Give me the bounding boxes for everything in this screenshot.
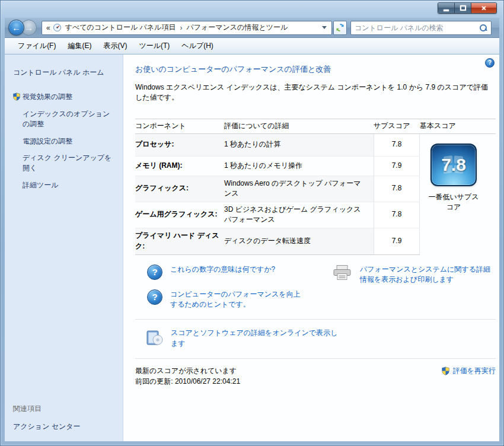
base-score-area: 7.8 一番低いサブスコア bbox=[420, 134, 496, 213]
subscore-value: 7.9 bbox=[374, 228, 420, 254]
search-input[interactable] bbox=[355, 24, 479, 32]
sidebar: コントロール パネル ホーム 視覚効果の調整 インデックスのオプションの調整 電… bbox=[5, 55, 123, 441]
sidebar-item-label: 視覚効果の調整 bbox=[23, 93, 72, 101]
window: × ← → « すべてのコントロール パネル項目 › パフォーマンスの情報とツー… bbox=[0, 0, 504, 446]
component-detail: ディスクのデータ転送速度 bbox=[224, 236, 374, 246]
component-label: ゲーム用グラフィックス: bbox=[135, 209, 224, 219]
subscore-value: 7.8 bbox=[374, 134, 420, 156]
search-box bbox=[350, 21, 492, 35]
status-line-updated: 前回の更新: 2010/06/27 22:04:21 bbox=[135, 377, 240, 387]
software-box-icon bbox=[145, 328, 164, 347]
sidebar-item-adjust-indexing-options[interactable]: インデックスのオプションの調整 bbox=[13, 109, 113, 130]
component-detail: 1 秒あたりのメモリ操作 bbox=[224, 161, 374, 171]
close-button[interactable]: × bbox=[471, 3, 496, 13]
search-icon[interactable] bbox=[479, 24, 487, 32]
subscore-value: 7.8 bbox=[374, 176, 420, 202]
link-label: 評価を再実行 bbox=[453, 366, 496, 376]
table-header-row: コンポーネント 評価についての詳細 サブスコア bbox=[135, 119, 420, 134]
link-what-do-numbers-mean[interactable]: ? これらの数字の意味は何ですか? bbox=[147, 265, 332, 280]
caption-buttons: × bbox=[438, 2, 497, 14]
base-score-caption: 一番低いサブスコア bbox=[425, 192, 482, 213]
column-header-component: コンポーネント bbox=[135, 121, 224, 131]
component-label: プライマリ ハード ディスク: bbox=[135, 231, 224, 251]
main-pane: ? お使いのコンピューターのパフォーマンスの評価と改善 Windows エクスペ… bbox=[123, 55, 499, 441]
component-detail: 1 秒あたりの計算 bbox=[224, 139, 374, 149]
chevron-down-icon bbox=[322, 26, 327, 29]
back-arrow-icon: ← bbox=[12, 23, 21, 33]
link-performance-tips[interactable]: ? コンピューターのパフォーマンスを向上するためのヒントです。 bbox=[147, 289, 332, 310]
help-links-left: ? これらの数字の意味は何ですか? ? コンピューターのパフォーマンスを向上する… bbox=[147, 265, 332, 310]
column-header-subscore: サブスコア bbox=[374, 121, 420, 131]
base-score-badge: 7.8 bbox=[430, 144, 477, 186]
sidebar-item-action-center[interactable]: アクション センター bbox=[13, 422, 117, 432]
column-header-detail: 評価についての詳細 bbox=[224, 121, 374, 131]
content-area: コントロール パネル ホーム 視覚効果の調整 インデックスのオプションの調整 電… bbox=[5, 55, 499, 441]
table-row: グラフィックス: Windows Aero のデスクトップ パフォーマンス 7.… bbox=[135, 176, 420, 202]
menu-edit[interactable]: 編集(E) bbox=[62, 38, 97, 53]
breadcrumb-item-all-control-panel-items[interactable]: すべてのコントロール パネル項目 bbox=[62, 21, 180, 34]
score-table: コンポーネント 評価についての詳細 サブスコア プロセッサ: 1 秒あたりの計算… bbox=[135, 119, 496, 255]
address-dropdown-button[interactable] bbox=[319, 21, 330, 34]
forward-arrow-icon: → bbox=[24, 23, 33, 33]
column-header-base-score: 基本スコア bbox=[420, 119, 496, 134]
status-text: 最新のスコアが示されています 前回の更新: 2010/06/27 22:04:2… bbox=[135, 366, 240, 387]
separator bbox=[135, 319, 496, 320]
sidebar-item-adjust-visual-effects[interactable]: 視覚効果の調整 bbox=[13, 92, 113, 102]
breadcrumb-app-icon[interactable] bbox=[53, 23, 62, 32]
menu-tools[interactable]: ツール(T) bbox=[133, 38, 176, 53]
sidebar-item-advanced-tools[interactable]: 詳細ツール bbox=[13, 180, 113, 190]
subscore-value: 7.8 bbox=[374, 202, 420, 228]
component-detail: 3D ビジネスおよびゲーム グラフィックス パフォーマンス bbox=[224, 205, 374, 225]
table-row: プロセッサ: 1 秒あたりの計算 7.8 bbox=[135, 134, 420, 157]
refresh-button[interactable] bbox=[333, 21, 347, 35]
minimize-button[interactable] bbox=[438, 3, 455, 13]
printer-icon bbox=[332, 265, 352, 281]
separator bbox=[135, 358, 496, 359]
link-label: コンピューターのパフォーマンスを向上するためのヒントです。 bbox=[170, 289, 305, 310]
table-row: メモリ (RAM): 1 秒あたりのメモリ操作 7.9 bbox=[135, 157, 420, 176]
table-row: プライマリ ハード ディスク: ディスクのデータ転送速度 7.9 bbox=[135, 228, 420, 255]
uac-shield-icon bbox=[12, 93, 21, 101]
score-table-left: コンポーネント 評価についての詳細 サブスコア プロセッサ: 1 秒あたりの計算… bbox=[135, 119, 420, 255]
status-line-current: 最新のスコアが示されています bbox=[135, 366, 240, 376]
link-label: これらの数字の意味は何ですか? bbox=[170, 265, 275, 275]
menu-view[interactable]: 表示(V) bbox=[97, 38, 133, 53]
minimize-icon bbox=[444, 9, 449, 11]
link-view-scores-online[interactable]: スコアとソフトウェアの詳細をオンラインで表示します bbox=[145, 328, 496, 349]
navigation-bar: ← → « すべてのコントロール パネル項目 › パフォーマンスの情報とツール bbox=[5, 18, 499, 38]
maximize-button[interactable] bbox=[455, 3, 471, 13]
sidebar-spacer bbox=[13, 197, 117, 404]
menu-bar: ファイル(F) 編集(E) 表示(V) ツール(T) ヘルプ(H) bbox=[5, 38, 499, 54]
question-icon: ? bbox=[147, 289, 162, 305]
sidebar-item-open-disk-cleanup[interactable]: ディスク クリーンアップを開く bbox=[13, 153, 113, 174]
link-label: スコアとソフトウェアの詳細をオンラインで表示します bbox=[171, 328, 344, 349]
intro-text: Windows エクスペリエンス インデックスは、主要なシステム コンポーネント… bbox=[135, 82, 491, 103]
client-area: ← → « すべてのコントロール パネル項目 › パフォーマンスの情報とツール bbox=[5, 18, 499, 441]
refresh-icon bbox=[336, 23, 344, 32]
component-label: メモリ (RAM): bbox=[135, 161, 224, 171]
sidebar-item-control-panel-home[interactable]: コントロール パネル ホーム bbox=[13, 68, 117, 78]
menu-file[interactable]: ファイル(F) bbox=[12, 38, 62, 53]
sidebar-item-adjust-power-settings[interactable]: 電源設定の調整 bbox=[13, 136, 113, 146]
breadcrumb: « すべてのコントロール パネル項目 › パフォーマンスの情報とツール bbox=[42, 21, 332, 35]
maximize-icon bbox=[460, 5, 466, 11]
page-title: お使いのコンピューターのパフォーマンスの評価と改善 bbox=[135, 64, 496, 75]
close-icon: × bbox=[481, 4, 486, 12]
breadcrumb-overflow-chevron[interactable]: « bbox=[44, 24, 53, 32]
table-row: ゲーム用グラフィックス: 3D ビジネスおよびゲーム グラフィックス パフォーマ… bbox=[135, 202, 420, 228]
question-icon: ? bbox=[147, 265, 162, 280]
component-label: グラフィックス: bbox=[135, 183, 224, 193]
base-score-value: 7.8 bbox=[441, 152, 466, 178]
menu-help[interactable]: ヘルプ(H) bbox=[176, 38, 219, 53]
link-label: パフォーマンスとシステムに関する詳細情報を表示および印刷します bbox=[360, 265, 496, 285]
component-detail: Windows Aero のデスクトップ パフォーマンス bbox=[224, 179, 374, 199]
breadcrumb-item-performance-tools[interactable]: パフォーマンスの情報とツール bbox=[183, 21, 291, 34]
component-label: プロセッサ: bbox=[135, 139, 224, 149]
help-button[interactable]: ? bbox=[485, 58, 495, 68]
link-view-print-details[interactable]: パフォーマンスとシステムに関する詳細情報を表示および印刷します bbox=[332, 265, 496, 310]
related-items-header: 関連項目 bbox=[13, 404, 117, 414]
help-links-row: ? これらの数字の意味は何ですか? ? コンピューターのパフォーマンスを向上する… bbox=[147, 265, 496, 310]
rerun-assessment-link[interactable]: 評価を再実行 bbox=[441, 366, 496, 376]
back-button[interactable]: ← bbox=[8, 20, 24, 36]
footer-row: 最新のスコアが示されています 前回の更新: 2010/06/27 22:04:2… bbox=[135, 366, 496, 387]
